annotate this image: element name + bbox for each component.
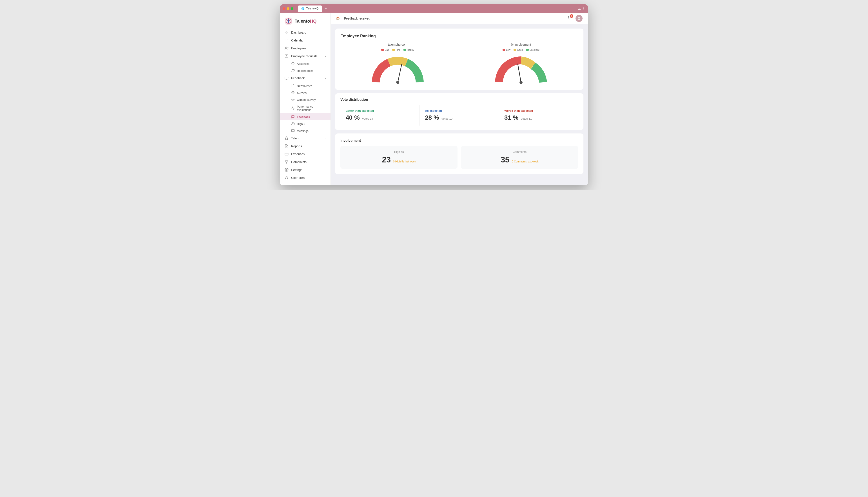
vote-better-pct: 40 % — [346, 114, 360, 121]
notification-bell[interactable]: 1 — [567, 16, 572, 21]
sidebar-item-feedback-active[interactable]: Feedback — [280, 113, 331, 120]
svg-point-32 — [578, 17, 580, 18]
sidebar-item-reports[interactable]: Reports — [280, 142, 331, 150]
settings-icon — [285, 168, 289, 172]
talent-label: Talent — [291, 137, 299, 140]
gauge-1-legend: Bad Fine Happy — [381, 48, 414, 51]
comments-card: Comments 35 0 Comments last week — [461, 146, 578, 169]
meetings-icon — [291, 129, 295, 132]
sidebar-item-new-survey[interactable]: New survey — [280, 82, 331, 89]
feedback-parent-label: Feedback — [291, 76, 305, 80]
feedback-active-icon — [291, 115, 295, 118]
reschedules-icon — [291, 69, 295, 72]
breadcrumb-current: Feedback received — [344, 17, 370, 20]
sidebar-item-feedback-parent[interactable]: Feedback ▾ — [280, 74, 331, 82]
svg-point-31 — [286, 176, 287, 178]
new-tab-button[interactable]: + — [325, 6, 327, 11]
employee-requests-icon — [285, 54, 289, 58]
user-area-icon — [285, 176, 289, 180]
high5s-card: High 5s 23 0 High 5s last week — [340, 146, 457, 169]
feedback-parent-chevron: ▾ — [325, 77, 326, 80]
svg-rect-2 — [287, 31, 288, 32]
gauge-1-bad: Bad — [385, 48, 389, 51]
comments-label: Comments — [466, 150, 573, 154]
sidebar-item-high5[interactable]: High 5 — [280, 120, 331, 127]
employee-requests-chevron: ▾ — [325, 55, 326, 58]
gauge-2-legend: Low Good Excellent — [502, 48, 539, 51]
involvement-card: Involvement High 5s 23 0 High 5s last we… — [335, 133, 583, 174]
svg-rect-4 — [287, 33, 288, 34]
sidebar-item-user-area[interactable]: User area — [280, 174, 331, 182]
sidebar-item-employee-requests[interactable]: Employee requests ▾ — [280, 52, 331, 60]
sidebar-item-surveys[interactable]: Surveys — [280, 89, 331, 96]
vote-as-votes: Votes 10 — [441, 117, 453, 120]
vote-row: Better than expected 40 % Votes 14 As ex… — [340, 105, 578, 126]
dashboard-label: Dashboard — [291, 31, 306, 34]
vote-as-pct: 28 % — [425, 114, 439, 121]
sidebar-item-talent[interactable]: Talent › — [280, 134, 331, 142]
employees-label: Employees — [291, 46, 306, 50]
involvement-title: Involvement — [340, 139, 578, 143]
sidebar-item-meetings[interactable]: Meetings — [280, 127, 331, 134]
high5-label: High 5 — [297, 122, 305, 126]
performance-icon — [291, 106, 295, 110]
climate-survey-label: Climate survey — [297, 98, 316, 101]
expenses-label: Expenses — [291, 152, 305, 156]
vote-better-votes: Votes 14 — [362, 117, 373, 120]
sidebar-item-expenses[interactable]: Expenses — [280, 150, 331, 158]
talent-icon — [285, 136, 289, 140]
sidebar-item-climate-survey[interactable]: Climate survey — [280, 96, 331, 103]
gauge-2-visual — [493, 54, 550, 85]
vote-as-expected-label: As expected — [425, 109, 494, 112]
avatar-icon — [577, 16, 581, 20]
maximize-button[interactable] — [291, 7, 293, 10]
browser-tab[interactable]: 🌐 TalentoHQ — [298, 5, 322, 12]
climate-survey-icon — [291, 98, 295, 101]
sidebar-item-reschedules[interactable]: Reschedules — [280, 67, 331, 74]
sidebar-item-settings[interactable]: Settings — [280, 166, 331, 174]
svg-point-36 — [520, 81, 523, 84]
sidebar-item-complaints[interactable]: Complaints — [280, 158, 331, 166]
calendar-icon — [285, 39, 289, 42]
sidebar-item-calendar[interactable]: Calendar — [280, 37, 331, 44]
comments-sub: 0 Comments last week — [512, 160, 538, 163]
gauge-1: talentohq.com Bad Fine Happy — [340, 43, 455, 85]
sidebar-item-dashboard[interactable]: Dashboard — [280, 29, 331, 37]
home-breadcrumb[interactable]: 🏠 — [336, 17, 340, 20]
topbar-right: 1 — [567, 15, 582, 22]
reports-icon — [285, 144, 289, 148]
svg-line-35 — [518, 64, 521, 82]
high5s-sub: 0 High 5s last week — [393, 160, 416, 163]
high5s-label: High 5s — [346, 150, 452, 154]
user-area-label: User area — [291, 176, 305, 180]
download-icon: ⬇ — [582, 7, 585, 10]
logo-text: TalentoHQ — [295, 19, 317, 24]
vote-worse-pct: 31 % — [504, 114, 519, 121]
gauge-2-title: % Involvement — [511, 43, 531, 46]
surveys-label: Surveys — [297, 91, 307, 95]
close-button[interactable] — [283, 7, 286, 10]
svg-line-33 — [398, 64, 402, 82]
svg-point-10 — [287, 47, 288, 48]
svg-rect-3 — [285, 33, 286, 34]
new-survey-label: New survey — [297, 84, 312, 87]
tab-title: TalentoHQ — [306, 7, 319, 10]
svg-point-30 — [286, 169, 287, 171]
reschedules-label: Reschedules — [297, 69, 313, 72]
svg-point-18 — [292, 99, 294, 101]
app-layout: TalentoHQ Dashboard Calendar Employees — [280, 13, 588, 185]
feedback-parent-icon — [285, 76, 289, 80]
gauge-2: % Involvement Low Good Excellent — [464, 43, 578, 85]
logo: TalentoHQ — [280, 13, 331, 29]
svg-point-34 — [396, 81, 399, 84]
svg-rect-5 — [285, 39, 288, 42]
minimize-button[interactable] — [287, 7, 289, 10]
surveys-icon — [291, 91, 295, 95]
window-controls — [283, 7, 293, 10]
involvement-row: High 5s 23 0 High 5s last week Comments … — [340, 146, 578, 169]
user-avatar[interactable] — [576, 15, 582, 22]
sidebar-item-performance-evaluations[interactable]: Performance evaluations — [280, 103, 331, 113]
sidebar-item-employees[interactable]: Employees — [280, 44, 331, 52]
vote-distribution-title: Vote distribution — [340, 98, 578, 102]
sidebar-item-absences[interactable]: Absences — [280, 60, 331, 67]
